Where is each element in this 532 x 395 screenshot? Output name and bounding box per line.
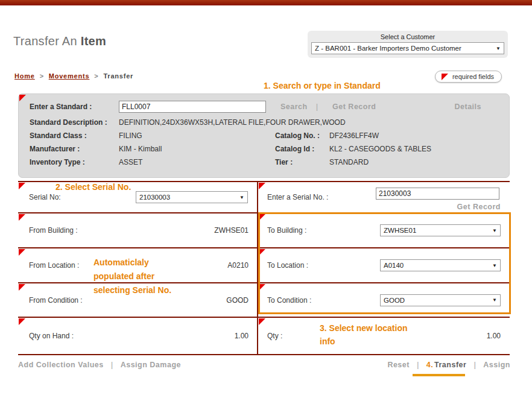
standard-input[interactable]: [119, 101, 266, 113]
footer-right-actions: Reset | 4. Transfer | Assign: [387, 361, 510, 369]
annotation-auto-line: Automaticlaly: [93, 256, 171, 270]
search-button[interactable]: Search: [280, 103, 308, 111]
chevron-down-icon: ▼: [496, 46, 501, 51]
required-flag-icon: [442, 74, 448, 80]
manufacturer-row: Manufacturer : KIM - Kimball Catalog Id …: [30, 142, 509, 156]
breadcrumb-separator: >: [40, 72, 44, 80]
to-location-label: To Location :: [267, 261, 308, 270]
required-flag-icon: [19, 183, 25, 189]
standard-class-row: Standard Class : FILING Catalog No. : DF…: [30, 129, 509, 142]
enter-serial-label: Enter a Serial No. :: [267, 193, 328, 201]
tier-value: STANDARD: [329, 158, 369, 166]
inventory-type-label: Inventory Type :: [30, 158, 119, 166]
page-title-bold: Item: [81, 34, 106, 48]
breadcrumb-movements[interactable]: Movements: [49, 72, 90, 80]
link-separator: |: [473, 361, 476, 369]
annotation-step3-line: info: [320, 335, 408, 348]
reset-button[interactable]: Reset: [387, 361, 410, 369]
enter-standard-label: Enter a Standard :: [30, 103, 119, 111]
link-separator: |: [111, 361, 113, 369]
standard-class-value: FILING: [119, 131, 275, 140]
to-condition-select[interactable]: GOOD ▼: [380, 294, 501, 306]
to-condition-label: To Condition :: [267, 296, 311, 305]
qty-value: 1.00: [487, 332, 501, 340]
breadcrumb-separator: >: [94, 72, 98, 80]
qty-on-hand-label: Qty on Hand :: [29, 332, 74, 340]
to-condition-cell: To Condition : GOOD ▼: [258, 283, 510, 317]
serial-no-cell: Serial No: 21030003 ▼: [18, 182, 258, 212]
from-building-label: From Building :: [29, 226, 78, 235]
from-building-value: ZWHSE01: [214, 226, 249, 235]
link-separator: |: [316, 103, 318, 111]
customer-selector-box: Select a Customer Z - BAR001 - Barker Im…: [308, 31, 508, 58]
to-building-select-value: ZWHSE01: [384, 227, 416, 234]
transfer-button[interactable]: Transfer: [434, 361, 466, 369]
chevron-down-icon: ▼: [492, 297, 497, 303]
serial-get-record-button[interactable]: Get Record: [457, 203, 501, 211]
manufacturer-label: Manufacturer :: [30, 145, 119, 153]
annotation-transfer-underline: [413, 374, 465, 376]
required-flag-icon: [19, 284, 25, 291]
breadcrumb-current: Transfer: [103, 72, 133, 80]
required-flag-icon: [259, 284, 265, 291]
to-location-select[interactable]: A0140 ▼: [380, 259, 501, 271]
from-condition-label: From Condition :: [29, 296, 83, 305]
serial-no-select-value: 21030003: [139, 194, 170, 201]
assign-button[interactable]: Assign: [483, 361, 510, 369]
page-title: Transfer An Item: [13, 34, 106, 48]
chevron-down-icon: ▼: [492, 263, 497, 268]
customer-select-value: Z - BAR001 - Barker Importers Demo Custo…: [315, 45, 461, 52]
required-flag-icon: [19, 95, 26, 101]
annotation-auto-populated: Automaticlaly populated after selecting …: [93, 256, 171, 297]
qty-on-hand-value: 1.00: [235, 332, 249, 340]
annotation-step4: 4.: [426, 361, 433, 369]
catalog-no-label: Catalog No. :: [275, 131, 329, 140]
chevron-down-icon: ▼: [492, 228, 497, 233]
required-flag-icon: [19, 214, 25, 221]
from-building-cell: From Building : ZWHSE01: [18, 213, 258, 247]
catalog-id-label: Catalog Id :: [275, 145, 329, 153]
from-condition-value: GOOD: [226, 296, 249, 305]
required-flag-icon: [259, 214, 265, 221]
condition-row: From Condition : GOOD To Condition : GOO…: [18, 283, 510, 318]
from-location-label: From Location :: [29, 261, 79, 270]
catalog-id-value: KL2 - CASEGOODS & TABLES: [329, 145, 431, 153]
enter-serial-cell: Enter a Serial No. : Get Record: [258, 182, 510, 212]
annotation-step1: 1. Search or type in Standard: [264, 81, 381, 90]
details-button[interactable]: Details: [455, 103, 482, 111]
required-fields-badge: required fields: [435, 71, 502, 83]
customer-select[interactable]: Z - BAR001 - Barker Importers Demo Custo…: [311, 42, 504, 54]
breadcrumb-home[interactable]: Home: [14, 72, 35, 80]
enter-standard-row: Enter a Standard : Search | Get Record D…: [30, 99, 509, 115]
required-flag-icon: [259, 249, 265, 256]
qty-label: Qty :: [267, 332, 282, 340]
standard-description-row: Standard Description : DEFINITION,24DX36…: [30, 116, 509, 129]
required-fields-label: required fields: [452, 73, 494, 80]
transfer-table: Serial No: 21030003 ▼ Enter a Serial No.…: [18, 181, 510, 355]
inventory-type-value: ASSET: [119, 158, 275, 166]
annotation-auto-line: selecting Serial No.: [93, 283, 171, 297]
building-row: From Building : ZWHSE01 To Building : ZW…: [18, 213, 510, 248]
location-row: From Location : A0210 To Location : A014…: [18, 248, 510, 283]
standard-description-label: Standard Description :: [30, 118, 119, 127]
serial-no-label: Serial No:: [29, 193, 61, 201]
tier-label: Tier :: [275, 158, 329, 166]
assign-damage-button[interactable]: Assign Damage: [121, 361, 181, 369]
annotation-auto-line: populated after: [93, 270, 171, 283]
standard-description-value: DEFINITION,24DX36WX53H,LATERAL FILE,FOUR…: [119, 118, 346, 127]
required-flag-icon: [19, 318, 25, 325]
required-flag-icon: [259, 183, 265, 189]
standard-panel: Enter a Standard : Search | Get Record D…: [18, 93, 510, 178]
to-building-select[interactable]: ZWHSE01 ▼: [380, 224, 501, 236]
serial-no-input[interactable]: [376, 188, 499, 200]
to-building-cell: To Building : ZWHSE01 ▼: [258, 213, 510, 247]
get-record-button[interactable]: Get Record: [332, 103, 376, 111]
annotation-step3-line: 3. Select new location: [320, 321, 408, 335]
to-location-select-value: A0140: [384, 262, 404, 269]
inventory-type-row: Inventory Type : ASSET Tier : STANDARD: [30, 156, 509, 169]
add-collection-values-button[interactable]: Add Collection Values: [18, 361, 104, 369]
page-title-regular: Transfer An: [13, 34, 77, 48]
chevron-down-icon: ▼: [239, 195, 244, 200]
footer-left-actions: Add Collection Values | Assign Damage: [18, 361, 181, 369]
serial-no-select[interactable]: 21030003 ▼: [136, 191, 248, 203]
